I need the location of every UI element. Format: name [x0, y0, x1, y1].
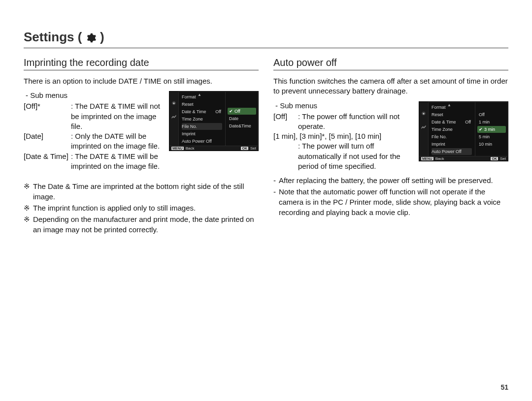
- submenu-label: - Sub menus: [275, 101, 413, 110]
- cam-menu-item: Reset: [432, 112, 443, 117]
- camera-menu-screenshot: ▲ Format Reset: [419, 101, 508, 161]
- ok-key-icon: OK: [241, 147, 248, 150]
- note-item: ※Depending on the manufacturer and print…: [24, 214, 259, 235]
- submenu-val: : Only the DATE will be imprinted on the…: [71, 131, 163, 152]
- reference-mark-icon: ※: [24, 214, 30, 235]
- submenu-row: [Date] : Only the DATE will be imprinted…: [24, 131, 163, 152]
- submenu-key: [Off]: [273, 112, 298, 132]
- cam-menu-item-highlight: File No.: [182, 124, 197, 129]
- left-column: Imprinting the recording date There is a…: [24, 57, 259, 236]
- cam-footer-set: Set: [250, 146, 256, 151]
- bullet-item: -After replacing the battery, the power …: [273, 175, 508, 185]
- submenu-row: [Off]* : The DATE & TIME will not be imp…: [24, 101, 163, 131]
- submenu-block: - Sub menus [Off]* : The DATE & TIME wil…: [24, 91, 259, 171]
- cam-menu-list: Format Reset Date & TimeOff Time Zone Fi…: [179, 92, 225, 146]
- cam-menu-list: Format Reset Date & TimeOff Time Zone Fi…: [429, 102, 475, 156]
- cam-footer-set: Set: [500, 156, 506, 161]
- bullet-item: -Note that the automatic power off funct…: [273, 186, 508, 217]
- bullet-block: -After replacing the battery, the power …: [273, 175, 508, 217]
- submenu-val: : The power off function will not operat…: [298, 112, 413, 132]
- intro-text: There is an option to include DATE / TIM…: [24, 76, 259, 86]
- check-icon: ✔: [229, 109, 233, 114]
- submenu-val: : The DATE & TIME will be imprinted on t…: [71, 152, 163, 172]
- cam-footer-back: Back: [186, 146, 195, 151]
- tool-icon: [421, 123, 427, 130]
- cam-menu-item: Reset: [182, 102, 194, 107]
- cam-option-selected: ✔3 min: [477, 126, 506, 133]
- submenu-key: [Off]*: [24, 101, 71, 131]
- reference-mark-icon: ※: [24, 203, 30, 213]
- reference-mark-icon: ※: [24, 181, 30, 202]
- cam-menu-item: Imprint: [182, 131, 196, 136]
- section-title-autopower: Auto power off: [273, 57, 508, 70]
- submenu-row: [Date & Time] : The DATE & TIME will be …: [24, 152, 163, 172]
- cam-menu-item: Time Zone: [432, 127, 453, 132]
- submenu-label: - Sub menus: [26, 91, 163, 99]
- cam-menu-item: File No.: [432, 134, 447, 139]
- submenu-key: [Date]: [24, 131, 71, 152]
- ok-key-icon: OK: [491, 157, 498, 160]
- gear-icon: [421, 111, 427, 118]
- notes-block: ※The Date & Time are imprinted at the bo…: [24, 181, 259, 235]
- gear-icon: [86, 31, 97, 46]
- camera-menu-screenshot: ▲ Format Reset: [169, 91, 259, 151]
- scroll-up-caret-icon: ▲: [169, 93, 230, 97]
- menu-key-icon: MENU: [171, 147, 184, 150]
- manual-page: Settings ( ) Imprinting the recording da…: [0, 0, 532, 401]
- cam-menu-item: Imprint: [432, 142, 445, 147]
- cam-option: 1 min: [477, 119, 506, 125]
- dash-icon: -: [273, 175, 276, 185]
- cam-option-panel: ✔Off Date Date&Time: [225, 92, 258, 146]
- menu-key-icon: MENU: [421, 157, 433, 160]
- intro-text: This function switches the camera off af…: [273, 76, 508, 96]
- cam-side-icons: [419, 102, 429, 156]
- page-title-prefix: Settings (: [24, 30, 82, 44]
- cam-option: 5 min: [477, 133, 506, 140]
- cam-option-panel: Off 1 min ✔3 min 5 min 10 min: [475, 102, 508, 156]
- dash-icon: -: [273, 186, 276, 217]
- note-item: ※The Date & Time are imprinted at the bo…: [24, 181, 259, 202]
- two-column-layout: Imprinting the recording date There is a…: [24, 57, 508, 236]
- submenu-list: [Off]* : The DATE & TIME will not be imp…: [24, 101, 163, 171]
- cam-option: Off: [477, 111, 506, 118]
- page-number: 51: [500, 383, 508, 391]
- tool-icon: [171, 113, 177, 120]
- note-item: ※The imprint function is applied only to…: [24, 203, 259, 213]
- cam-option: Date: [228, 115, 256, 122]
- cam-menu-item-highlight: Auto Power Off: [432, 149, 462, 154]
- cam-option: 10 min: [477, 141, 506, 148]
- cam-footer: MENU Back OK Set: [169, 146, 258, 151]
- right-column: Auto power off This function switches th…: [273, 57, 508, 236]
- submenu-key: [Date & Time]: [24, 152, 71, 172]
- cam-menu-item: Time Zone: [182, 117, 203, 122]
- submenu-row: [1 min], [3 min]*, [5 min], [10 min] : T…: [273, 131, 413, 171]
- cam-option: Date&Time: [228, 123, 256, 129]
- cam-option-selected: ✔Off: [228, 108, 256, 115]
- submenu-val: : The DATE & TIME will not be imprinted …: [71, 101, 163, 131]
- cam-menu-item: Auto Power Off: [182, 139, 212, 144]
- gear-icon: [171, 100, 177, 107]
- submenu-val: : The power will turn off automatically …: [273, 141, 413, 171]
- submenu-key-line: [1 min], [3 min]*, [5 min], [10 min]: [273, 131, 413, 141]
- page-title-suffix: ): [100, 30, 104, 44]
- scroll-up-caret-icon: ▲: [419, 103, 479, 107]
- cam-side-icons: [169, 92, 179, 146]
- cam-footer: MENU Back OK Set: [419, 156, 508, 161]
- submenu-list: [Off] : The power off function will not …: [273, 112, 413, 172]
- submenu-row: [Off] : The power off function will not …: [273, 112, 413, 132]
- section-title-imprint: Imprinting the recording date: [24, 57, 259, 70]
- submenu-block: - Sub menus [Off] : The power off functi…: [273, 101, 508, 172]
- page-title: Settings ( ): [24, 30, 508, 48]
- check-icon: ✔: [479, 127, 483, 132]
- cam-menu-item: Date & Time: [182, 109, 206, 114]
- cam-footer-back: Back: [435, 156, 444, 161]
- cam-menu-item: Date & Time: [432, 120, 456, 124]
